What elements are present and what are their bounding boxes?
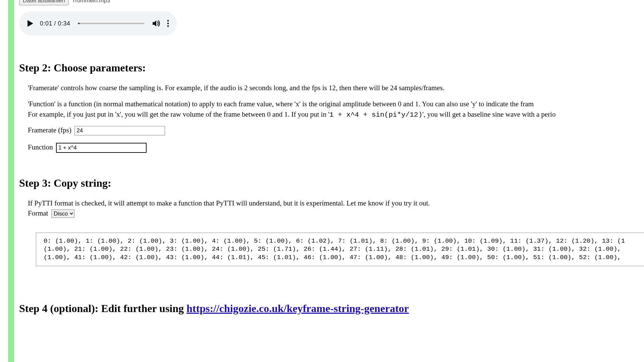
step2-paragraph-framerate: 'Framerate' controls how coarse the samp… xyxy=(19,83,644,93)
step2-p2-part-c: ', you will get a baseline sine wave wit… xyxy=(422,110,555,118)
step2-p2-code: 1 + x^4 + sin(pi*y/12) xyxy=(329,111,422,119)
format-select[interactable]: Disco xyxy=(51,209,74,218)
svg-point-2 xyxy=(167,25,169,27)
svg-point-1 xyxy=(167,23,169,24)
output-line-1: 0: (1.00), 1: (1.00), 2: (1.00), 3: (1.0… xyxy=(44,237,625,245)
function-row: Function xyxy=(19,143,644,153)
audio-current-time: 0:01 xyxy=(40,20,52,27)
volume-icon[interactable] xyxy=(152,19,161,27)
keyframe-generator-link[interactable]: https://chigozie.co.uk/keyframe-string-g… xyxy=(186,302,409,314)
format-row: Format Disco xyxy=(28,209,644,218)
play-icon[interactable] xyxy=(26,19,34,27)
step2-heading: Step 2: Choose parameters: xyxy=(19,62,644,74)
framerate-label: Framerate (fps) xyxy=(28,126,71,134)
step3-paragraph: If PyTTI format is checked, it will atte… xyxy=(28,198,644,208)
step3-heading: Step 3: Copy string: xyxy=(19,177,644,189)
framerate-input[interactable] xyxy=(74,126,165,135)
chosen-filename: Trommeln.mp3 xyxy=(72,0,110,4)
framerate-row: Framerate (fps) xyxy=(19,126,644,135)
audio-player: 0:01 / 0:34 xyxy=(19,11,177,36)
audio-time: 0:01 / 0:34 xyxy=(40,20,70,27)
seek-progress xyxy=(78,23,80,24)
step2-paragraph-function: 'Function' is a function (in normal math… xyxy=(19,99,644,120)
output-line-2: (1.00), 21: (1.00), 22: (1.00), 23: (1.0… xyxy=(44,245,621,253)
seek-bar[interactable] xyxy=(78,23,145,24)
step4-heading: Step 4 (optional): Edit further using ht… xyxy=(19,302,644,315)
left-accent-bar xyxy=(8,0,14,362)
audio-duration: 0:34 xyxy=(58,20,70,27)
output-string-box[interactable]: 0: (1.00), 1: (1.00), 2: (1.00), 3: (1.0… xyxy=(36,233,644,266)
function-label: Function xyxy=(28,143,53,151)
output-line-3: (1.00), 41: (1.00), 42: (1.00), 43: (1.0… xyxy=(44,254,621,261)
step2-p2-part-a: 'Function' is a function (in normal math… xyxy=(28,100,534,108)
step2-p2-part-b: For example, if you just put in 'x', you… xyxy=(28,110,329,118)
step3-block: If PyTTI format is checked, it will atte… xyxy=(19,198,644,218)
choose-file-button[interactable]: Datei auswählen xyxy=(19,0,69,5)
svg-point-0 xyxy=(167,20,169,22)
format-label: Format xyxy=(28,209,48,217)
file-picker-row: Datei auswählen Trommeln.mp3 xyxy=(19,0,644,5)
kebab-menu-icon[interactable] xyxy=(167,19,169,27)
function-input[interactable] xyxy=(56,143,147,153)
step4-heading-prefix: Step 4 (optional): Edit further using xyxy=(19,302,186,314)
main-content: Datei auswählen Trommeln.mp3 0:01 / 0:34… xyxy=(19,0,644,323)
